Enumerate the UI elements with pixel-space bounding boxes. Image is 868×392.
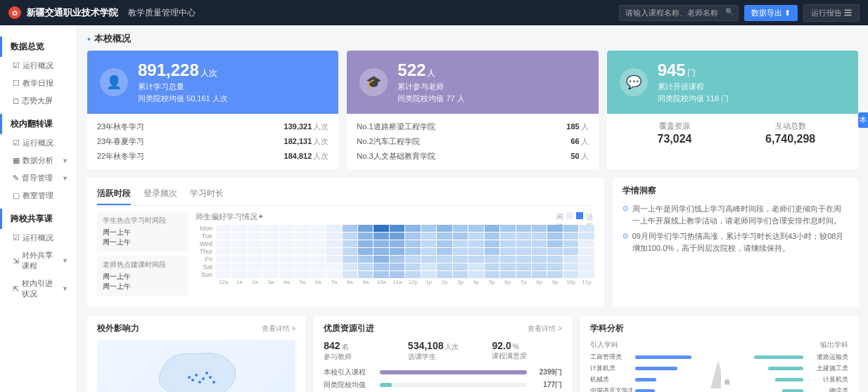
subject-bar: 中国语言文学类: [590, 386, 694, 392]
org-name: 新疆交通职业技术学院: [27, 6, 118, 19]
stat-interactions: 6,740,298: [732, 133, 848, 145]
insight-item: 周一上午是同学们线上学习高峰时间段，老师们更倾向于在周一上午开展线上教学活动，请…: [623, 201, 848, 228]
svg-point-0: [195, 374, 198, 377]
nav-item-daily[interactable]: ☐ 教学日报: [0, 74, 77, 92]
chevron-down-icon: ▼: [62, 285, 68, 292]
stat-card-teachers: 🎓 522人 累计参与老师 同类院校均值 77 人 No.1道路桥梁工程学院18…: [347, 51, 598, 169]
insight-item: 09月同学们学习热情高涨，累计学习时长达到43小时；较08月增加100.0%，高…: [623, 228, 848, 256]
student-hot-period: 学生热点学习时间段 周一上午 周一上午: [97, 211, 189, 251]
svg-point-5: [191, 379, 194, 381]
svg-point-2: [198, 381, 201, 384]
svg-point-7: [212, 381, 215, 384]
nav-item-run-overview[interactable]: ☑ 运行概况: [0, 57, 77, 74]
svg-point-1: [202, 377, 205, 380]
heatmap-legend: 闲谈活跃: [555, 211, 594, 222]
list-item: 23年春夏学习182,131人次: [97, 134, 328, 149]
subject-bar: 机械类: [590, 375, 694, 384]
export-button[interactable]: 数据导出 ⬆: [744, 5, 798, 21]
subject-bar: 物流类: [744, 386, 848, 392]
svg-point-3: [209, 376, 212, 379]
logo-icon: ✿: [8, 6, 21, 19]
stat-course-total: 945: [658, 60, 686, 79]
chevron-down-icon: ▼: [62, 157, 68, 164]
subject-panel: 学科分析 引入学科 工商管理类计算机类机械类中国语言文学类管理科学与工程类 学科…: [580, 315, 858, 392]
hbar-row: 同类院校均值177门: [324, 380, 562, 390]
nav-group-overview: 数据总览: [0, 37, 77, 57]
tab-active-period[interactable]: 活跃时段: [97, 185, 131, 205]
search-input[interactable]: 请输入课程名称、老师名称: [619, 5, 739, 21]
kpi: 92.0%课程满意度: [492, 340, 562, 362]
list-item: No.2汽车工程学院66人: [357, 134, 588, 149]
tab-study-duration[interactable]: 学习时长: [190, 185, 224, 205]
nav-item-share-in[interactable]: ⇱ 校内引进状况▼: [0, 275, 77, 303]
svg-point-4: [205, 372, 208, 374]
china-map: [97, 340, 295, 392]
teacher-hot-period: 老师热点建课时间段 周一上午 周一上午: [97, 256, 189, 296]
section-title: 本校概况: [87, 32, 858, 45]
badge-icon: 🎓: [359, 68, 388, 96]
pyramid-icon: 学科排名: [709, 340, 730, 392]
stat-card-learning: 👤 891,228人次 累计学习总量 同类院校均值 50,161 人次 23年秋…: [87, 51, 338, 169]
kpi: 842名参与教师: [324, 340, 394, 362]
list-item: No.1道路桥梁工程学院185人: [357, 119, 588, 134]
nav-group-share: 跨校共享课: [0, 209, 77, 229]
nav-item-share-out[interactable]: ⇲ 对外共享课程▼: [0, 247, 77, 275]
subject-bar: 道路运输类: [744, 353, 848, 362]
subject-title: 学科分析: [590, 322, 624, 334]
heatmap-title: 师生偏好学习情况✦: [196, 211, 264, 222]
topbar: ✿ 新疆交通职业技术学院 教学质量管理中心 请输入课程名称、老师名称 数据导出 …: [0, 0, 868, 25]
stat-teacher-total: 522: [397, 60, 426, 79]
nav-group-flip: 校内翻转课: [0, 114, 77, 134]
side-floating-tab[interactable]: 本: [858, 112, 868, 128]
insight-title: 学情洞察: [623, 185, 848, 197]
stat-resources: 73,024: [617, 133, 733, 145]
sidebar: 数据总览 ☑ 运行概况 ☐ 教学日报 ◻ 态势大屏 校内翻转课 ☑ 运行概况 ▦…: [0, 25, 77, 392]
main-content: 本校概况 👤 891,228人次 累计学习总量 同类院校均值 50,161 人次…: [77, 25, 868, 392]
activity-panel: 活跃时段 登录频次 学习时长 学生热点学习时间段 周一上午 周一上午 老师热点建…: [87, 178, 604, 307]
subject-bar: 土建施工类: [744, 364, 848, 373]
person-icon: 👤: [100, 68, 128, 96]
kpi: 534,108人次选课学生: [408, 340, 478, 362]
nav-item-classroom[interactable]: ▢ 教室管理: [0, 187, 77, 204]
nav-item-supervise[interactable]: ✎ 督导管理▼: [0, 169, 77, 187]
chevron-down-icon: ▼: [62, 175, 68, 182]
nav-item-share-run[interactable]: ☑ 运行概况: [0, 229, 77, 247]
subject-bar: 工商管理类: [590, 353, 694, 362]
chat-icon: 💬: [620, 68, 648, 96]
stat-learning-total: 891,228: [138, 60, 199, 79]
chevron-down-icon: ▼: [62, 257, 68, 264]
svg-marker-8: [710, 360, 721, 388]
heatmap-chart: MonTueWedThurFriSatSun12a1a2a3a4a5a6a7a8…: [196, 225, 594, 285]
stat-card-courses: 💬 945门 累计开设课程 同类院校均值 118 门 覆盖资源73,024 互动…: [607, 51, 858, 169]
svg-point-6: [188, 376, 191, 379]
list-item: No.3人文基础教育学院50人: [357, 149, 588, 164]
nav-item-flip-run[interactable]: ☑ 运行概况: [0, 134, 77, 152]
subject-bar: 计算机类: [590, 364, 694, 373]
tab-login-freq[interactable]: 登录频次: [143, 185, 177, 205]
subject-bar: 计算机类: [744, 375, 848, 384]
import-detail-link[interactable]: 查看详情 >: [528, 324, 562, 334]
outreach-title: 校外影响力: [97, 322, 139, 334]
import-panel: 优质资源引进 查看详情 > 842名参与教师534,108人次选课学生92.0%…: [314, 315, 572, 392]
hbar-row: 本校引入课程2399门: [324, 367, 562, 377]
nav-item-bigscreen[interactable]: ◻ 态势大屏: [0, 92, 77, 110]
insight-panel: 学情洞察 周一上午是同学们线上学习高峰时间段，老师们更倾向于在周一上午开展线上教…: [613, 178, 858, 307]
system-name: 教学质量管理中心: [128, 7, 196, 19]
outreach-detail-link[interactable]: 查看详情 >: [262, 324, 296, 334]
import-title: 优质资源引进: [324, 322, 374, 334]
report-button[interactable]: 运行报告 ☰: [803, 4, 860, 22]
nav-item-analysis[interactable]: ▦ 数据分析▼: [0, 152, 77, 169]
outreach-panel: 校外影响力 查看详情 > 选课学校数024: [87, 315, 305, 392]
list-item: 22年秋冬学习184,812人次: [97, 149, 328, 164]
list-item: 23年秋冬学习139,321人次: [97, 119, 328, 134]
